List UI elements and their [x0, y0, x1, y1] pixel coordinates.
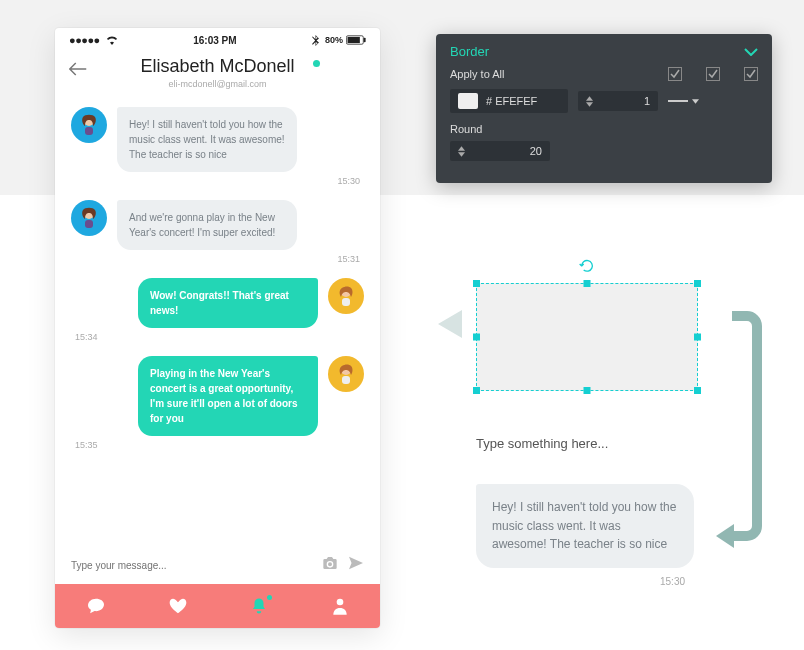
message-time: 15:31: [75, 254, 360, 264]
svg-rect-4: [85, 127, 93, 135]
status-time: 16:03 PM: [193, 35, 236, 46]
svg-rect-8: [342, 298, 350, 306]
resize-handle[interactable]: [694, 334, 701, 341]
nav-chat-icon[interactable]: [87, 598, 105, 614]
resize-handle[interactable]: [584, 387, 591, 394]
resize-handle[interactable]: [473, 387, 480, 394]
message-bubble: Hey! I still haven't told you how the mu…: [117, 107, 297, 172]
messages-list: Hey! I still haven't told you how the mu…: [55, 99, 380, 546]
composer: [55, 546, 380, 584]
border-side-checkbox[interactable]: [668, 67, 682, 81]
avatar: [328, 356, 364, 392]
svg-rect-2: [364, 38, 366, 43]
color-value: # EFEFEF: [486, 95, 537, 107]
online-status-dot: [313, 60, 320, 67]
nav-profile-icon[interactable]: [332, 597, 348, 615]
avatar: [328, 278, 364, 314]
canvas-pointer-icon: [438, 310, 462, 338]
result-preview: Hey! I still haven't told you how the mu…: [476, 484, 694, 568]
bluetooth-icon: [312, 35, 319, 46]
border-panel: Border Apply to All # EFEFEF: [436, 34, 772, 183]
border-side-checkbox[interactable]: [744, 67, 758, 81]
panel-title: Border: [450, 44, 489, 59]
color-swatch[interactable]: [458, 93, 478, 109]
flow-arrow-icon: [714, 310, 762, 554]
phone-mockup: ●●●●● 16:03 PM 80% Elisabeth McDonell el…: [55, 28, 380, 628]
resize-handle[interactable]: [473, 334, 480, 341]
chat-header: Elisabeth McDonell eli-mcdonell@gmail.co…: [55, 50, 380, 99]
message-row: Hey! I still haven't told you how the mu…: [71, 107, 364, 172]
message-time: 15:30: [75, 176, 360, 186]
canvas-text-prompt[interactable]: Type something here...: [476, 436, 608, 451]
message-bubble: And we're gonna play in the New Year's c…: [117, 200, 297, 250]
collapse-button[interactable]: [744, 45, 758, 59]
camera-icon[interactable]: [322, 556, 338, 574]
round-label: Round: [450, 123, 758, 135]
message-row: Wow! Congrats!! That's great news!: [71, 278, 364, 328]
message-row: Playing in the New Year's concert is a g…: [71, 356, 364, 436]
contact-name: Elisabeth McDonell: [71, 56, 364, 77]
send-icon[interactable]: [348, 556, 364, 574]
battery-percent: 80%: [325, 35, 343, 45]
avatar: [71, 200, 107, 236]
nav-bell-icon[interactable]: [250, 597, 268, 615]
back-button[interactable]: [69, 60, 87, 81]
width-value: 1: [593, 95, 650, 107]
radius-stepper[interactable]: [458, 146, 465, 157]
selection-rectangle[interactable]: [476, 283, 698, 391]
apply-all-label: Apply to All: [450, 68, 504, 80]
resize-handle[interactable]: [694, 387, 701, 394]
wifi-icon: [106, 35, 118, 45]
svg-rect-1: [348, 37, 360, 43]
rotate-handle[interactable]: [579, 258, 595, 278]
width-stepper[interactable]: [586, 96, 593, 107]
border-style-dropdown[interactable]: [668, 99, 708, 104]
border-color-field[interactable]: # EFEFEF: [450, 89, 568, 113]
contact-email: eli-mcdonell@gmail.com: [71, 79, 364, 89]
bottom-nav: [55, 584, 380, 628]
svg-point-11: [337, 599, 344, 606]
svg-rect-10: [342, 376, 350, 384]
resize-handle[interactable]: [584, 280, 591, 287]
status-bar: ●●●●● 16:03 PM 80%: [55, 28, 380, 50]
message-time: 15:34: [75, 332, 360, 342]
message-bubble: Wow! Congrats!! That's great news!: [138, 278, 318, 328]
line-style-icon: [668, 100, 688, 102]
nav-heart-icon[interactable]: [169, 598, 187, 614]
resize-handle[interactable]: [473, 280, 480, 287]
border-width-field[interactable]: 1: [578, 91, 658, 111]
signal-dots-icon: ●●●●●: [69, 34, 100, 46]
message-bubble: Playing in the New Year's concert is a g…: [138, 356, 318, 436]
message-input[interactable]: [71, 560, 312, 571]
result-time: 15:30: [660, 576, 685, 587]
radius-value: 20: [465, 145, 542, 157]
result-bubble: Hey! I still haven't told you how the mu…: [476, 484, 694, 568]
border-side-checkbox[interactable]: [706, 67, 720, 81]
avatar: [71, 107, 107, 143]
svg-rect-6: [85, 220, 93, 228]
resize-handle[interactable]: [694, 280, 701, 287]
border-radius-field[interactable]: 20: [450, 141, 550, 161]
message-time: 15:35: [75, 440, 360, 450]
message-row: And we're gonna play in the New Year's c…: [71, 200, 364, 250]
notification-dot: [267, 595, 272, 600]
battery-icon: [346, 35, 366, 45]
